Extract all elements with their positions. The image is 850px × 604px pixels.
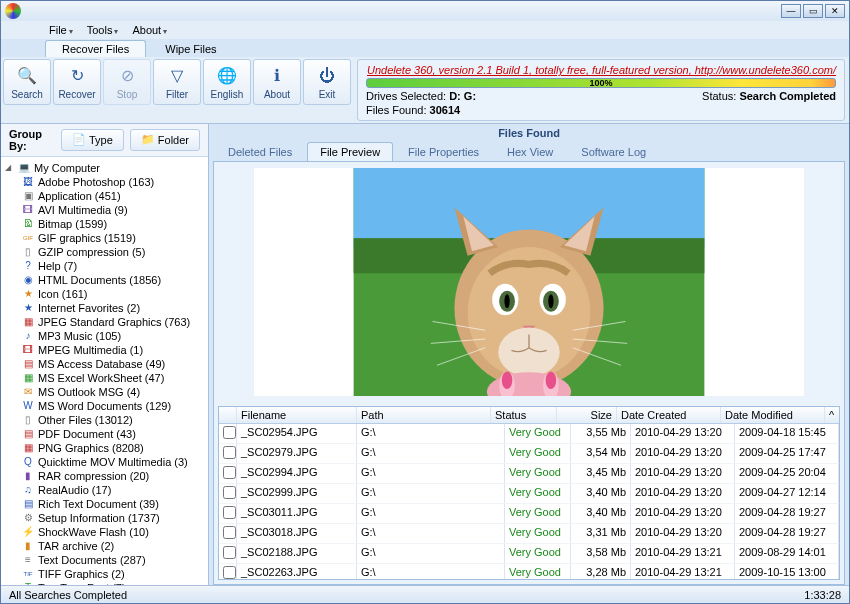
table-row[interactable]: _SC02979.JPGG:\Very Good3,54 Mb2010-04-2… bbox=[219, 444, 839, 464]
file-type-tree[interactable]: ◢ 💻 My Computer 🖼Adobe Photoshop (163)▣A… bbox=[1, 157, 208, 585]
col-filename[interactable]: Filename bbox=[237, 407, 357, 423]
tree-item[interactable]: GIFGIF graphics (1519) bbox=[19, 231, 206, 245]
search-button[interactable]: 🔍Search bbox=[3, 59, 51, 105]
row-checkbox[interactable] bbox=[223, 566, 236, 579]
tree-item[interactable]: ▤Rich Text Document (39) bbox=[19, 497, 206, 511]
tree-item[interactable]: ▮RAR compression (20) bbox=[19, 469, 206, 483]
detail-tab[interactable]: Software Log bbox=[568, 142, 659, 161]
tree-item[interactable]: ✉MS Outlook MSG (4) bbox=[19, 385, 206, 399]
row-checkbox[interactable] bbox=[223, 506, 236, 519]
group-by-type-button[interactable]: 📄Type bbox=[61, 129, 124, 151]
tree-item[interactable]: TIFTIFF Graphics (2) bbox=[19, 567, 206, 581]
tree-item[interactable]: ▮TAR archive (2) bbox=[19, 539, 206, 553]
minimize-button[interactable]: — bbox=[781, 4, 801, 18]
english-icon: 🌐 bbox=[216, 65, 238, 87]
row-checkbox[interactable] bbox=[223, 526, 236, 539]
detail-tab[interactable]: Deleted Files bbox=[215, 142, 305, 161]
tree-item[interactable]: ♪MP3 Music (105) bbox=[19, 329, 206, 343]
table-row[interactable]: _SC02994.JPGG:\Very Good3,45 Mb2010-04-2… bbox=[219, 464, 839, 484]
tree-item[interactable]: ≡Text Documents (287) bbox=[19, 553, 206, 567]
menu-about[interactable]: About▾ bbox=[128, 23, 171, 37]
tree-item-label: JPEG Standard Graphics (763) bbox=[38, 315, 190, 329]
tree-item[interactable]: 🖼Adobe Photoshop (163) bbox=[19, 175, 206, 189]
preview-image bbox=[254, 168, 804, 396]
col-date-modified[interactable]: Date Modified bbox=[721, 407, 825, 423]
tree-item[interactable]: ▣Application (451) bbox=[19, 189, 206, 203]
tree-item[interactable]: ⚡ShockWave Flash (10) bbox=[19, 525, 206, 539]
table-row[interactable]: _SC03018.JPGG:\Very Good3,31 Mb2010-04-2… bbox=[219, 524, 839, 544]
detail-tab[interactable]: File Preview bbox=[307, 142, 393, 161]
recover-button[interactable]: ↻Recover bbox=[53, 59, 101, 105]
filetype-icon: ♫ bbox=[21, 483, 35, 497]
tab-recover-files[interactable]: Recover Files bbox=[45, 40, 146, 57]
col-path[interactable]: Path bbox=[357, 407, 491, 423]
english-button[interactable]: 🌐English bbox=[203, 59, 251, 105]
table-row[interactable]: _SC02954.JPGG:\Very Good3,55 Mb2010-04-2… bbox=[219, 424, 839, 444]
tree-item[interactable]: ★Icon (161) bbox=[19, 287, 206, 301]
maximize-button[interactable]: ▭ bbox=[803, 4, 823, 18]
folder-icon: 📁 bbox=[141, 133, 155, 147]
menu-tools[interactable]: Tools▾ bbox=[83, 23, 123, 37]
tree-item[interactable]: 🖻Bitmap (1599) bbox=[19, 217, 206, 231]
tree-item[interactable]: ▦JPEG Standard Graphics (763) bbox=[19, 315, 206, 329]
table-row[interactable]: _SC03011.JPGG:\Very Good3,40 Mb2010-04-2… bbox=[219, 504, 839, 524]
tree-item[interactable]: 🎞AVI Multimedia (9) bbox=[19, 203, 206, 217]
search-icon: 🔍 bbox=[16, 65, 38, 87]
tree-item[interactable]: 🎞MPEG Multimedia (1) bbox=[19, 343, 206, 357]
about-button[interactable]: ℹAbout bbox=[253, 59, 301, 105]
tree-item[interactable]: QQuicktime MOV Multimedia (3) bbox=[19, 455, 206, 469]
table-row[interactable]: _SC02188.JPGG:\Very Good3,58 Mb2010-04-2… bbox=[219, 544, 839, 564]
toolbar-label: Search bbox=[11, 89, 43, 100]
row-checkbox[interactable] bbox=[223, 426, 236, 439]
group-by-label: Group By: bbox=[9, 128, 55, 152]
cell-path: G:\ bbox=[357, 464, 505, 483]
filetype-icon: ≡ bbox=[21, 553, 35, 567]
cell-path: G:\ bbox=[357, 444, 505, 463]
cell-size: 3,55 Mb bbox=[571, 424, 631, 443]
col-date-created[interactable]: Date Created bbox=[617, 407, 721, 423]
tree-item[interactable]: ▤PDF Document (43) bbox=[19, 427, 206, 441]
cell-date-modified: 2009-04-18 15:45 bbox=[735, 424, 839, 443]
filter-button[interactable]: ▽Filter bbox=[153, 59, 201, 105]
filetype-icon: ▮ bbox=[21, 469, 35, 483]
tree-item[interactable]: ♫RealAudio (17) bbox=[19, 483, 206, 497]
tree-item[interactable]: WMS Word Documents (129) bbox=[19, 399, 206, 413]
tree-item[interactable]: ▯GZIP compression (5) bbox=[19, 245, 206, 259]
group-by-folder-button[interactable]: 📁Folder bbox=[130, 129, 200, 151]
tree-item[interactable]: ▤MS Access Database (49) bbox=[19, 357, 206, 371]
filetype-icon: ★ bbox=[21, 301, 35, 315]
files-found-value: 30614 bbox=[430, 104, 461, 116]
tree-item[interactable]: ⚙Setup Information (1737) bbox=[19, 511, 206, 525]
row-checkbox[interactable] bbox=[223, 546, 236, 559]
tab-wipe-files[interactable]: Wipe Files bbox=[148, 40, 233, 57]
tree-item[interactable]: ▯Other Files (13012) bbox=[19, 413, 206, 427]
detail-tab[interactable]: File Properties bbox=[395, 142, 492, 161]
exit-button[interactable]: ⏻Exit bbox=[303, 59, 351, 105]
tree-item[interactable]: ?Help (7) bbox=[19, 259, 206, 273]
col-status[interactable]: Status bbox=[491, 407, 557, 423]
table-row[interactable]: _SC02999.JPGG:\Very Good3,40 Mb2010-04-2… bbox=[219, 484, 839, 504]
detail-tab[interactable]: Hex View bbox=[494, 142, 566, 161]
filetype-icon: 🖼 bbox=[21, 175, 35, 189]
cell-filename: _SC02994.JPG bbox=[237, 464, 357, 483]
tree-item[interactable]: ▦PNG Graphics (8208) bbox=[19, 441, 206, 455]
row-checkbox[interactable] bbox=[223, 466, 236, 479]
tree-item-label: MS Word Documents (129) bbox=[38, 399, 171, 413]
filetype-icon: ? bbox=[21, 259, 35, 273]
tree-root-label: My Computer bbox=[34, 161, 100, 175]
close-button[interactable]: ✕ bbox=[825, 4, 845, 18]
statusbar-time: 1:33:28 bbox=[804, 589, 841, 601]
row-checkbox[interactable] bbox=[223, 486, 236, 499]
col-size[interactable]: Size bbox=[557, 407, 617, 423]
tree-root[interactable]: ◢ 💻 My Computer bbox=[3, 161, 206, 175]
tree-item-label: RAR compression (20) bbox=[38, 469, 149, 483]
version-link[interactable]: Undelete 360, version 2.1 Build 1, total… bbox=[367, 64, 836, 76]
tree-item[interactable]: ◉HTML Documents (1856) bbox=[19, 273, 206, 287]
table-row[interactable]: _SC02263.JPGG:\Very Good3,28 Mb2010-04-2… bbox=[219, 564, 839, 579]
tree-item[interactable]: ▦MS Excel WorkSheet (47) bbox=[19, 371, 206, 385]
menu-file[interactable]: File▾ bbox=[45, 23, 77, 37]
row-checkbox[interactable] bbox=[223, 446, 236, 459]
collapse-icon[interactable]: ◢ bbox=[5, 161, 14, 175]
tree-item[interactable]: ★Internet Favorites (2) bbox=[19, 301, 206, 315]
cat-photo-icon bbox=[254, 168, 804, 396]
